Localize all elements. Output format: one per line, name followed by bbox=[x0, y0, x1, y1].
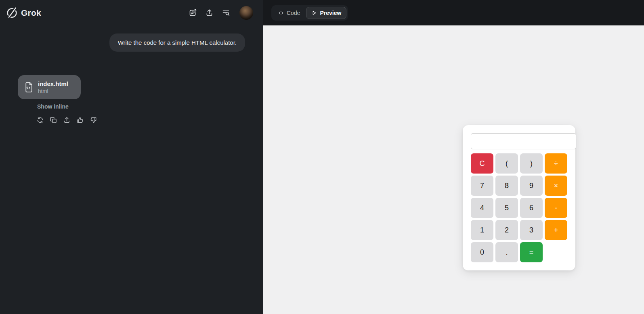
workspace-panel: Code Preview C ( ) ÷ 7 8 9 bbox=[263, 0, 644, 314]
calc-button-open-paren[interactable]: ( bbox=[495, 153, 518, 174]
code-icon bbox=[278, 10, 284, 16]
tab-preview[interactable]: Preview bbox=[306, 7, 346, 19]
user-message-bubble: Write the code for a simple HTML calcula… bbox=[109, 33, 245, 52]
calc-button-3[interactable]: 3 bbox=[520, 220, 543, 240]
brand-name: Grok bbox=[21, 8, 41, 18]
attachment-filetype: html bbox=[38, 88, 68, 94]
message-actions-row bbox=[36, 116, 263, 124]
tab-code[interactable]: Code bbox=[273, 7, 305, 19]
show-inline-link[interactable]: Show inline bbox=[37, 103, 263, 110]
calc-button-6[interactable]: 6 bbox=[520, 198, 543, 218]
history-search-icon[interactable] bbox=[222, 8, 230, 17]
sidebar-header: Grok bbox=[0, 0, 263, 25]
regenerate-icon[interactable] bbox=[36, 116, 44, 124]
brand: Grok bbox=[6, 6, 41, 19]
calc-button-5[interactable]: 5 bbox=[495, 198, 518, 218]
calc-button-multiply[interactable]: × bbox=[545, 176, 567, 196]
play-icon bbox=[311, 10, 317, 16]
calc-button-close-paren[interactable]: ) bbox=[520, 153, 543, 174]
calc-button-8[interactable]: 8 bbox=[495, 176, 518, 196]
calc-button-7[interactable]: 7 bbox=[471, 176, 493, 196]
grok-logo-icon bbox=[6, 6, 18, 19]
tab-preview-label: Preview bbox=[320, 9, 341, 17]
upload-icon[interactable] bbox=[205, 8, 214, 17]
assistant-response: index.html html Show inline bbox=[18, 75, 263, 124]
calculator-card: C ( ) ÷ 7 8 9 × 4 5 6 - 1 2 3 + 0 . = bbox=[463, 125, 575, 270]
calc-button-divide[interactable]: ÷ bbox=[545, 153, 567, 174]
calc-button-9[interactable]: 9 bbox=[520, 176, 543, 196]
calc-button-clear[interactable]: C bbox=[471, 153, 493, 174]
calc-button-4[interactable]: 4 bbox=[471, 198, 493, 218]
compose-icon[interactable] bbox=[189, 8, 197, 17]
copy-icon[interactable] bbox=[50, 116, 57, 124]
code-file-icon bbox=[23, 81, 34, 93]
tab-code-label: Code bbox=[287, 9, 300, 17]
user-message-row: Write the code for a simple HTML calcula… bbox=[0, 25, 263, 52]
calc-button-equals[interactable]: = bbox=[520, 242, 543, 262]
attachment-meta: index.html html bbox=[38, 80, 68, 94]
view-tab-group: Code Preview bbox=[271, 5, 348, 21]
thumbs-up-icon[interactable] bbox=[76, 116, 84, 124]
calc-button-2[interactable]: 2 bbox=[495, 220, 518, 240]
calc-button-decimal[interactable]: . bbox=[495, 242, 518, 262]
thumbs-down-icon[interactable] bbox=[90, 116, 97, 124]
share-icon[interactable] bbox=[63, 116, 71, 124]
calc-button-1[interactable]: 1 bbox=[471, 220, 493, 240]
calc-button-subtract[interactable]: - bbox=[545, 198, 567, 218]
calculator-display[interactable] bbox=[471, 133, 576, 149]
calculator-keypad: C ( ) ÷ 7 8 9 × 4 5 6 - 1 2 3 + 0 . = bbox=[471, 153, 567, 262]
calc-button-add[interactable]: + bbox=[545, 220, 567, 240]
attachment-filename: index.html bbox=[38, 80, 68, 87]
preview-area: C ( ) ÷ 7 8 9 × 4 5 6 - 1 2 3 + 0 . = bbox=[263, 25, 644, 314]
workspace-topbar: Code Preview bbox=[263, 0, 644, 25]
user-avatar[interactable] bbox=[239, 6, 253, 20]
chat-sidebar: Grok bbox=[0, 0, 263, 314]
attachment-card[interactable]: index.html html bbox=[18, 75, 81, 99]
header-actions bbox=[189, 6, 253, 20]
calc-button-0[interactable]: 0 bbox=[471, 242, 493, 262]
